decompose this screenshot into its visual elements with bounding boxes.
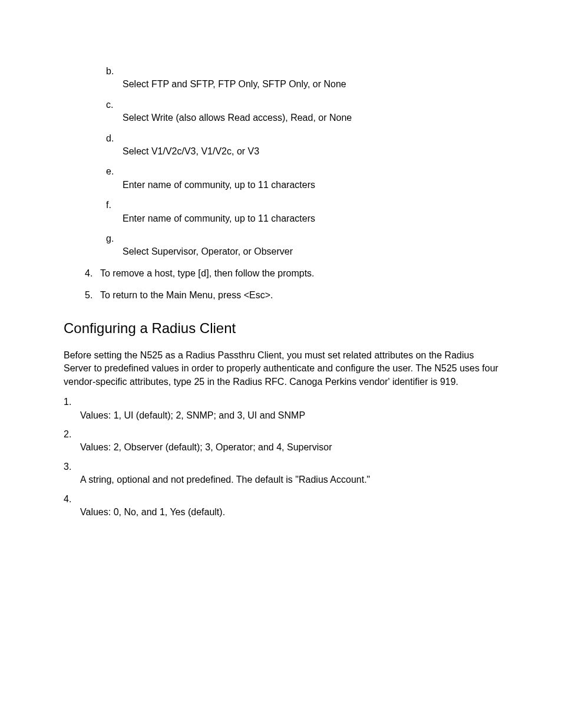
attr-text: A string, optional and not predefined. T… <box>80 473 498 486</box>
sub-item: e. Enter name of community, up to 11 cha… <box>106 165 498 192</box>
attr-marker: 4. <box>64 493 498 506</box>
intro-paragraph: Before setting the N525 as a Radius Pass… <box>64 349 498 388</box>
sub-marker: d. <box>106 132 498 145</box>
text-pre: To return to the Main Menu, press <Esc>. <box>100 290 273 300</box>
attr-marker: 2. <box>64 428 498 441</box>
numbered-list: 4. To remove a host, type [d], then foll… <box>85 267 498 302</box>
attribute-list: 1. Values: 1, UI (default); 2, SNMP; and… <box>64 396 498 519</box>
sub-item: f. Enter name of community, up to 11 cha… <box>106 199 498 225</box>
sub-item: g. Select Supervisor, Operator, or Obser… <box>106 232 498 259</box>
attr-item: 1. Values: 1, UI (default); 2, SNMP; and… <box>64 396 498 422</box>
sub-text: Select FTP and SFTP, FTP Only, SFTP Only… <box>123 78 498 91</box>
num-text: To remove a host, type [d], then follow … <box>100 267 315 281</box>
text-pre: To remove a host, type [ <box>100 268 201 278</box>
text-post: ], then follow the prompts. <box>206 268 314 278</box>
attr-text: Values: 1, UI (default); 2, SNMP; and 3,… <box>80 409 498 422</box>
sub-marker: g. <box>106 232 498 245</box>
num-text: To return to the Main Menu, press <Esc>. <box>100 289 273 302</box>
sub-item: d. Select V1/V2c/V3, V1/V2c, or V3 <box>106 132 498 159</box>
attr-marker: 1. <box>64 396 498 409</box>
attr-text: Values: 2, Observer (default); 3, Operat… <box>80 441 498 454</box>
sub-marker: c. <box>106 98 498 111</box>
num-marker: 4. <box>85 267 100 281</box>
num-item: 4. To remove a host, type [d], then foll… <box>85 267 498 281</box>
num-item: 5. To return to the Main Menu, press <Es… <box>85 289 498 302</box>
sub-text: Enter name of community, up to 11 charac… <box>123 212 498 225</box>
lettered-sub-list: b. Select FTP and SFTP, FTP Only, SFTP O… <box>106 65 498 259</box>
attr-item: 4. Values: 0, No, and 1, Yes (default). <box>64 493 498 519</box>
attr-marker: 3. <box>64 460 498 473</box>
sub-marker: e. <box>106 165 498 178</box>
sub-item: b. Select FTP and SFTP, FTP Only, SFTP O… <box>106 65 498 91</box>
sub-text: Select V1/V2c/V3, V1/V2c, or V3 <box>123 145 498 158</box>
attr-item: 3. A string, optional and not predefined… <box>64 460 498 487</box>
section-heading: Configuring a Radius Client <box>64 318 498 338</box>
sub-text: Enter name of community, up to 11 charac… <box>123 179 498 192</box>
sub-text: Select Write (also allows Read access), … <box>123 111 498 124</box>
attr-text: Values: 0, No, and 1, Yes (default). <box>80 506 498 519</box>
attr-item: 2. Values: 2, Observer (default); 3, Ope… <box>64 428 498 454</box>
sub-marker: b. <box>106 65 498 78</box>
sub-item: c. Select Write (also allows Read access… <box>106 98 498 125</box>
text-mono: d <box>201 269 207 279</box>
sub-marker: f. <box>106 199 498 212</box>
sub-text: Select Supervisor, Operator, or Observer <box>123 245 498 258</box>
num-marker: 5. <box>85 289 100 302</box>
